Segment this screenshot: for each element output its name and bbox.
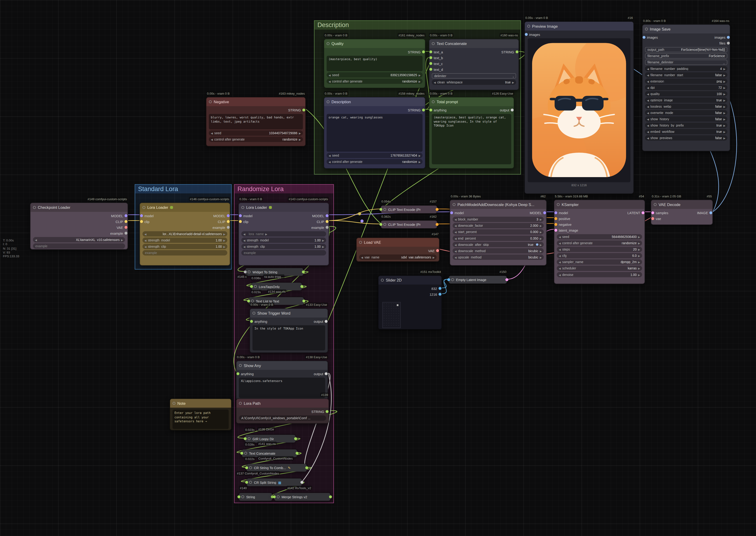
decrement-arrow[interactable]: ◀	[559, 273, 561, 276]
input-slot-model[interactable]: model	[239, 214, 252, 218]
output-slot-MODEL[interactable]: MODEL	[530, 211, 546, 215]
decrement-arrow[interactable]: ◀	[145, 239, 147, 242]
output-dot[interactable]	[326, 220, 328, 223]
text-area[interactable]: blurry, lowres, worst quality, bad hands…	[209, 114, 303, 130]
output-slot-output[interactable]: output	[314, 372, 328, 376]
widget-control-after-generate[interactable]: ◀control after generaterandomize▶	[209, 137, 303, 142]
increment-arrow[interactable]: ▶	[540, 256, 542, 258]
node-title-bar[interactable]: Quality	[324, 39, 425, 48]
collapse-toggle[interactable]	[247, 271, 250, 273]
decrement-arrow[interactable]: ◀	[145, 245, 147, 248]
input-slot-anything[interactable]: anything	[237, 372, 254, 376]
node-lora-loader-rnd[interactable]: Lora LoadermodelMODELclipCLIPexample◀lor…	[238, 203, 329, 265]
increment-arrow[interactable]: ▶	[723, 111, 726, 114]
node-title-bar[interactable]: Lora Loader	[140, 203, 230, 212]
node-slider-2d[interactable]: Slider 2D8321216	[378, 275, 442, 329]
node-graph-canvas[interactable]: T: 0.00s I: 0 N: 31 [31] V: 93 FPS:133.3…	[0, 0, 756, 536]
increment-arrow[interactable]: ▶	[723, 92, 726, 95]
decrement-arrow[interactable]: ◀	[454, 218, 457, 221]
node-lora-path[interactable]: Lora PathSTRINGA:\ComfyUI\ComfyUI_window…	[236, 398, 329, 424]
node-title-bar[interactable]: String	[239, 493, 272, 501]
increment-arrow[interactable]: ▶	[723, 124, 726, 126]
output-slot-MODEL[interactable]: MODEL	[312, 214, 329, 218]
output-slot-STRING[interactable]: STRING	[408, 108, 425, 112]
collapse-toggle[interactable]	[359, 241, 362, 244]
collapse-toggle[interactable]	[383, 208, 386, 211]
node-title-bar[interactable]: Slider 2D	[378, 276, 441, 285]
increment-arrow[interactable]: ▶	[723, 130, 726, 133]
node-show-any[interactable]: Show AnyanythingoutputXL\appicons.safete…	[236, 361, 328, 401]
node-text-concatenate[interactable]: Text Concatenatetext_aSTRINGtext_btext_c…	[429, 39, 519, 90]
increment-arrow[interactable]: ▶	[299, 132, 301, 134]
decrement-arrow[interactable]: ◀	[243, 239, 245, 242]
decrement-arrow[interactable]: ◀	[647, 117, 649, 120]
output-dot[interactable]	[125, 214, 127, 217]
widget-lossless-webp[interactable]: ◀lossless_webpfalse▶	[645, 104, 727, 109]
widget-output-path[interactable]: output_pathForScience/[time(%Y-%m-%d)]	[645, 47, 727, 52]
input-slot-latent_image[interactable]: latent_image	[554, 229, 578, 232]
output-slot[interactable]	[296, 452, 298, 455]
widget-sampler-name[interactable]: ◀sampler_namedpmpp_2m▶	[557, 259, 642, 265]
input-dot[interactable]	[239, 220, 242, 223]
output-slot-STRING[interactable]: STRING	[311, 410, 328, 414]
node-title-bar[interactable]: Description	[324, 97, 425, 106]
input-slot[interactable]	[244, 271, 247, 273]
node-title-bar[interactable]: Total prompt	[429, 97, 514, 106]
node-title-bar[interactable]: CR String To Comb...✎	[247, 464, 307, 472]
decrement-arrow[interactable]: ◀	[211, 132, 213, 134]
output-dot[interactable]	[227, 226, 229, 229]
node-cr-split-string[interactable]: CR Split String▦	[246, 478, 302, 486]
increment-arrow[interactable]: ▶	[512, 81, 514, 84]
decrement-arrow[interactable]: ◀	[454, 224, 457, 227]
output-slot-LATENT[interactable]: LATENT	[627, 211, 644, 215]
widget-show-previews[interactable]: ◀show_previewsfalse▶	[645, 135, 727, 141]
node-title-bar[interactable]: Image Save	[642, 25, 730, 33]
node-description-node[interactable]: DescriptionSTRINGorange cat, wearing sun…	[324, 97, 425, 169]
collapse-toggle[interactable]	[249, 481, 252, 484]
node-title-bar[interactable]: CR Split String▦	[247, 479, 302, 486]
widget-filename-number-start[interactable]: ◀filename_number_startfalse▶	[645, 72, 727, 78]
widget-steps[interactable]: ◀steps20▶	[557, 247, 642, 252]
node-title-bar[interactable]: Negative	[207, 97, 305, 106]
decrement-arrow[interactable]: ◀	[328, 154, 331, 156]
output-dot[interactable]	[727, 36, 730, 39]
output-dot[interactable]	[326, 226, 328, 229]
decrement-arrow[interactable]: ◀	[647, 111, 649, 114]
widget-block-number[interactable]: ◀block_number3▶	[453, 217, 544, 222]
collapse-toggle[interactable]	[249, 466, 252, 469]
increment-arrow[interactable]: ▶	[638, 235, 640, 238]
input-slot-vae[interactable]: vae	[651, 217, 661, 220]
input-slot-clip[interactable]: clip	[140, 220, 149, 223]
collapse-toggle[interactable]	[239, 402, 242, 405]
input-slot-text_c[interactable]: text_c	[429, 62, 443, 65]
output-dot[interactable]	[125, 232, 127, 234]
decrement-arrow[interactable]: ◀	[361, 256, 363, 258]
widget-downscale-factor[interactable]: ◀downscale_factor2.000▶	[453, 223, 544, 228]
input-slot[interactable]	[245, 481, 248, 484]
input-dot[interactable]	[429, 62, 432, 65]
output-slot-CLIP[interactable]: CLIP	[218, 220, 230, 223]
text-input[interactable]: example	[143, 250, 227, 255]
toggle-dot[interactable]	[536, 243, 538, 246]
increment-arrow[interactable]: ▶	[540, 218, 542, 221]
node-title-bar[interactable]: Lora Path	[237, 399, 328, 408]
input-slot[interactable]	[237, 495, 240, 498]
widget-strength-clip[interactable]: ◀strength_clip1.00▶	[241, 244, 326, 249]
decrement-arrow[interactable]: ◀	[647, 105, 649, 108]
output-dot[interactable]	[326, 214, 328, 217]
input-dot[interactable]	[250, 320, 253, 323]
widget-filename-number-padding[interactable]: ◀filename_number_padding4▶	[645, 66, 727, 71]
widget-filename-delimiter[interactable]: filename_delimiter_	[645, 60, 727, 65]
output-slot-MODEL[interactable]: MODEL	[111, 214, 128, 218]
output-slot-STRING[interactable]: STRING	[501, 50, 519, 53]
decrement-arrow[interactable]: ◀	[647, 130, 649, 133]
increment-arrow[interactable]: ▶	[638, 260, 640, 263]
output-slot-IMAGE[interactable]: IMAGE	[697, 211, 712, 215]
increment-arrow[interactable]: ▶	[723, 80, 726, 83]
output-dot[interactable]	[515, 50, 518, 53]
decrement-arrow[interactable]: ◀	[454, 230, 457, 233]
output-dot[interactable]	[543, 211, 546, 214]
decrement-arrow[interactable]: ◀	[454, 256, 457, 258]
collapse-toggle[interactable]	[172, 402, 175, 405]
output-slot[interactable]	[436, 208, 439, 211]
